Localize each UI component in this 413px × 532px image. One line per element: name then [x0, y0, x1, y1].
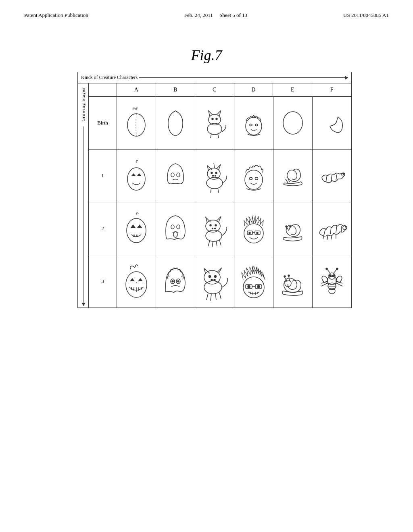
- row-3: 3: [89, 255, 351, 308]
- svg-point-39: [215, 228, 216, 229]
- header-left: Patent Application Publication: [24, 12, 88, 19]
- cell-3-d: [234, 255, 273, 308]
- svg-point-16: [211, 172, 213, 174]
- growing-stages-sidebar: Growing Stages: [78, 83, 89, 308]
- row-label-1: 1: [89, 150, 117, 202]
- svg-point-99: [327, 276, 337, 285]
- col-header-f: F: [312, 83, 351, 96]
- svg-point-74: [204, 281, 222, 294]
- grid-area: A B C D E F Birth: [89, 83, 351, 308]
- cell-3-c: [195, 255, 234, 308]
- row-2: 2: [89, 202, 351, 255]
- row-label-3: 3: [89, 255, 117, 308]
- svg-line-21: [218, 188, 219, 193]
- publication-date: Feb. 24, 2011: [184, 12, 213, 18]
- svg-line-61: [327, 235, 328, 240]
- svg-line-53: [289, 227, 290, 231]
- svg-line-83: [219, 293, 221, 299]
- row-birth: Birth: [89, 97, 351, 150]
- svg-line-27: [336, 175, 337, 181]
- cell-birth-a: [117, 97, 156, 149]
- cell-2-c: [195, 202, 234, 255]
- svg-point-19: [215, 175, 216, 177]
- svg-point-75: [204, 270, 220, 284]
- svg-point-12: [171, 173, 174, 177]
- growing-stages-label: Growing Stages: [81, 87, 86, 122]
- svg-point-37: [215, 224, 217, 226]
- sheet-info: Sheet 5 of 13: [219, 12, 247, 18]
- svg-line-41: [212, 241, 213, 247]
- svg-line-43: [219, 240, 221, 245]
- svg-line-42: [216, 241, 217, 246]
- svg-line-6: [218, 133, 219, 138]
- svg-point-52: [290, 226, 291, 227]
- svg-point-89: [257, 285, 260, 288]
- cell-3-b: [156, 255, 195, 308]
- svg-point-78: [211, 279, 213, 281]
- svg-point-49: [257, 232, 258, 234]
- svg-point-3: [212, 118, 213, 120]
- svg-point-48: [249, 232, 250, 234]
- svg-line-20: [211, 188, 211, 193]
- col-header-empty: [89, 83, 117, 96]
- publication-type: Patent Application Publication: [24, 12, 88, 18]
- header-right: US 2011/0045885 A1: [343, 12, 389, 19]
- svg-point-106: [333, 275, 335, 277]
- col-header-b: B: [156, 83, 195, 96]
- svg-point-11: [127, 168, 145, 190]
- svg-point-18: [213, 175, 214, 177]
- cell-birth-e: [273, 97, 313, 149]
- svg-point-24: [255, 177, 258, 180]
- svg-point-7: [246, 117, 262, 135]
- cell-1-b: [156, 150, 195, 202]
- row-1: 1: [89, 150, 351, 202]
- content-area: Growing Stages A B C D E F Birth: [78, 83, 351, 308]
- svg-point-73: [177, 281, 179, 282]
- svg-point-76: [209, 276, 211, 278]
- svg-point-29: [344, 173, 345, 175]
- svg-line-82: [215, 293, 216, 300]
- cell-2-d: [234, 202, 273, 255]
- svg-line-56: [336, 226, 337, 233]
- diagram-container: Kinds of Creature Characters Growing Sta…: [61, 72, 352, 308]
- cell-2-b: [156, 202, 195, 255]
- patent-header: Patent Application Publication Feb. 24, …: [0, 0, 413, 23]
- svg-line-60: [323, 235, 324, 239]
- svg-point-101: [329, 288, 335, 294]
- svg-point-9: [255, 124, 258, 126]
- cell-1-a: [117, 150, 156, 202]
- svg-point-22: [245, 170, 263, 189]
- cell-birth-b: [156, 97, 195, 149]
- cell-birth-c: [195, 97, 234, 149]
- svg-point-30: [127, 218, 146, 243]
- cell-birth-d: [234, 97, 273, 149]
- svg-point-95: [284, 276, 286, 277]
- row-label-2: 2: [89, 202, 117, 255]
- svg-point-23: [250, 177, 252, 180]
- svg-point-36: [210, 224, 211, 226]
- svg-point-64: [126, 272, 147, 297]
- cell-3-a: [117, 255, 156, 308]
- svg-line-108: [321, 283, 327, 286]
- svg-point-8: [250, 124, 252, 126]
- svg-line-81: [211, 294, 211, 301]
- cell-birth-f: [313, 97, 351, 149]
- cell-2-f: [313, 202, 351, 255]
- cell-1-f: [313, 150, 351, 202]
- svg-point-32: [177, 225, 180, 229]
- svg-point-4: [216, 118, 217, 120]
- svg-point-88: [248, 285, 250, 288]
- header-center: Feb. 24, 2011 Sheet 5 of 13: [184, 12, 247, 19]
- cell-1-e: [273, 150, 313, 202]
- row-label-birth: Birth: [89, 97, 117, 149]
- cell-3-f: [313, 255, 351, 308]
- cell-1-d: [234, 150, 273, 202]
- figure-label: Fig.7: [191, 47, 222, 63]
- cell-2-e: [273, 202, 313, 255]
- svg-point-33: [173, 232, 177, 237]
- figure-title: Fig.7: [0, 47, 413, 64]
- svg-point-59: [345, 226, 346, 227]
- svg-line-80: [206, 293, 208, 300]
- svg-point-105: [330, 275, 332, 277]
- growing-stages-arrow: [83, 127, 83, 306]
